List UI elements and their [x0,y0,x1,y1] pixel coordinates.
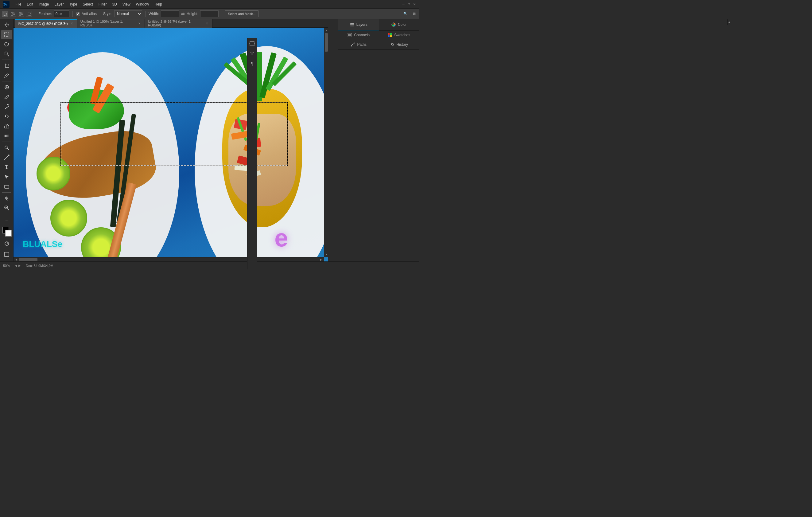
history-brush-tool[interactable] [1,112,12,121]
paths-icon [350,42,355,47]
menu-file[interactable]: File [13,1,24,7]
eraser-tool[interactable] [1,121,12,131]
select-mask-button[interactable]: Select and Mask... [225,10,259,17]
panel-tab-history[interactable]: History [379,40,419,50]
status-bar: 50% ◀ ▶ Doc: 34,9M/34,9M [0,262,419,269]
svg-point-21 [5,98,5,99]
window-controls: ─ □ ✕ [401,2,416,6]
menu-select[interactable]: Select [80,1,95,7]
channels-icon [347,32,352,37]
gradient-tool[interactable] [1,131,12,140]
panel-tab-channels[interactable]: Channels [338,31,379,40]
add-selection-btn[interactable] [10,11,16,17]
artboards-btn[interactable] [248,39,256,48]
panel-tab-swatches[interactable]: Swatches [379,31,419,40]
menu-window[interactable]: Window [134,1,152,7]
separator-3 [100,11,100,17]
svg-rect-4 [12,12,15,15]
svg-text:Ps: Ps [3,2,7,7]
path-select-tool[interactable] [1,172,12,182]
minimize-button[interactable]: ─ [401,2,406,6]
screen-mode[interactable] [1,250,12,259]
menu-help[interactable]: Help [152,1,165,7]
menu-type[interactable]: Type [67,1,80,7]
lasso-tool[interactable] [1,39,12,49]
width-label: Width: [149,12,159,16]
heal-tool[interactable] [1,83,12,92]
crop-tool[interactable] [1,61,12,70]
panel-top-tabs: Layers Color [338,19,419,31]
quick-select-tool[interactable] [1,50,12,59]
panel-tab-paths[interactable]: Paths [338,40,379,50]
color-icon [391,22,396,27]
feather-input[interactable] [54,10,69,17]
anti-alias-checkbox[interactable] [76,12,80,16]
shape-tool[interactable] [1,182,12,191]
svg-point-11 [5,52,8,55]
panel-tab-layers-label: Layers [356,22,368,27]
pen-tool[interactable] [1,153,12,162]
tab-2-close[interactable]: ✕ [205,21,209,26]
nav-next[interactable]: ▶ [19,264,21,267]
panel-tab-layers[interactable]: Layers [338,19,379,30]
width-input[interactable] [161,10,179,17]
right-tools-strip: T ¶ [247,38,257,269]
svg-line-30 [4,159,5,160]
hand-tool[interactable] [1,194,12,203]
options-bar: Feather: Anti-alias Style: Normal Fixed … [0,8,419,19]
panel-tab-color[interactable]: Color [379,19,419,30]
svg-rect-52 [390,33,392,35]
svg-rect-2 [3,12,7,16]
more-tools-btn[interactable]: ··· [1,215,12,224]
text-tool[interactable]: T [1,163,12,172]
menu-3d[interactable]: 3D [110,1,119,7]
svg-rect-44 [350,23,354,24]
layout-icon[interactable]: ⊞ [411,11,417,17]
panel-tab-swatches-label: Swatches [394,33,410,37]
app-logo: Ps [2,1,10,8]
clone-tool[interactable] [1,102,12,111]
intersect-selection-btn[interactable] [26,11,32,17]
style-dropdown[interactable]: Normal Fixed Ratio Fixed Size [114,10,142,17]
tab-2[interactable]: Untitled-2 @ 66,7% (Layer 1, RGB/8#) ✕ [145,19,212,28]
paragraph-right-btn[interactable]: ¶ [248,59,256,67]
canvas-wrapper[interactable]: BLUALSe e ▲ ▼ ◀ ▶ [13,28,328,262]
brush-tool[interactable] [1,92,12,102]
close-button[interactable]: ✕ [412,2,416,6]
menu-edit[interactable]: Edit [24,1,36,7]
tab-0-close[interactable]: ✕ [70,22,74,26]
move-tool[interactable] [1,20,12,29]
zoom-tool[interactable] [1,203,12,213]
tab-bar: IMG_2937.JPG @ 50% (RGB/8*) ✕ Untitled-1… [13,19,328,28]
search-icon[interactable]: 🔍 [403,11,409,17]
subtract-selection-btn[interactable] [18,11,24,17]
marquee-tool[interactable] [1,30,12,39]
eyedropper-tool[interactable] [1,71,12,80]
menu-view[interactable]: View [120,1,133,7]
separator-5 [222,11,222,17]
tool-separator-3 [2,142,11,142]
panel-tab-history-label: History [397,43,408,47]
svg-marker-23 [5,115,6,117]
zoom-level: 50% [3,264,10,268]
dodge-tool[interactable] [1,143,12,152]
nav-prev[interactable]: ◀ [15,264,17,267]
menu-filter[interactable]: Filter [96,1,109,7]
background-color[interactable] [5,230,12,237]
menu-image[interactable]: Image [36,1,51,7]
height-input[interactable] [200,10,219,17]
tab-1[interactable]: Untitled-1 @ 100% (Layer 1, RGB/8#) ✕ [77,19,145,28]
tab-0[interactable]: IMG_2937.JPG @ 50% (RGB/8*) ✕ [15,19,77,28]
status-nav: ◀ ▶ [15,264,21,267]
new-selection-btn[interactable] [2,11,8,17]
menu-layer[interactable]: Layer [52,1,66,7]
vertical-scrollbar[interactable]: ▲ ▼ [324,28,328,257]
horizontal-scrollbar[interactable]: ◀ ▶ [13,257,324,262]
tab-1-close[interactable]: ✕ [137,21,142,26]
quick-mask-mode[interactable] [1,239,12,248]
type-right-btn[interactable]: T [248,49,256,58]
feather-label: Feather: [38,12,52,16]
swap-dimensions-btn[interactable]: ⇄ [181,11,185,16]
panel-sub-tabs-1: Channels Swatches [338,31,419,40]
maximize-button[interactable]: □ [407,2,411,6]
